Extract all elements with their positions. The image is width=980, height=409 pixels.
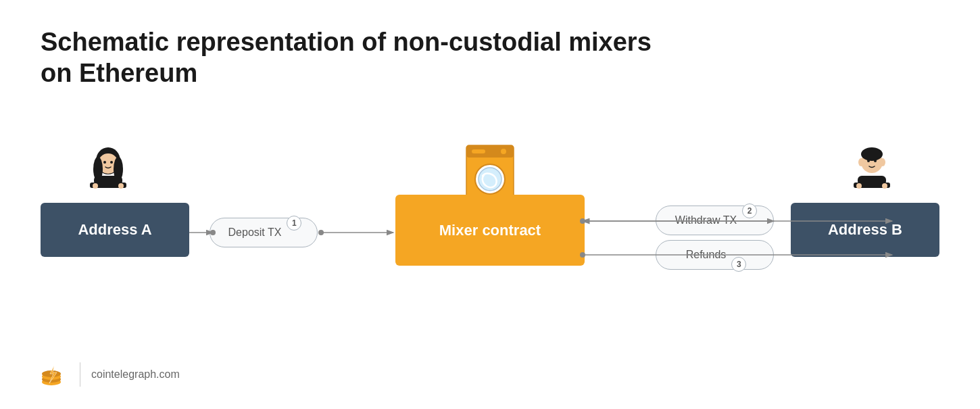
svg-point-14 (867, 160, 870, 162)
diagram-area: Address A Address B (0, 135, 980, 338)
mixer-label: Mixer contract (439, 222, 541, 239)
person-b-icon (841, 142, 902, 206)
svg-point-11 (861, 147, 883, 161)
deposit-tx-pill: Deposit TX 1 (210, 218, 318, 247)
svg-point-23 (501, 149, 506, 154)
svg-rect-22 (472, 149, 485, 153)
svg-point-9 (118, 183, 124, 189)
svg-point-5 (110, 161, 113, 164)
svg-rect-7 (94, 176, 122, 185)
badge-2: 2 (742, 203, 757, 218)
footer-site: cointelegraph.com (91, 368, 180, 381)
mixer-contract-box: Mixer contract (395, 195, 585, 266)
svg-point-4 (103, 161, 106, 164)
person-a-icon (78, 142, 139, 206)
svg-rect-17 (858, 176, 886, 185)
withdraw-tx-label: Withdraw TX (675, 214, 737, 226)
svg-point-18 (856, 183, 862, 189)
address-a-label: Address A (78, 221, 151, 239)
svg-point-12 (858, 158, 864, 166)
refunds-label: Refunds (686, 249, 727, 261)
address-a-box: Address A (41, 203, 189, 257)
svg-point-8 (93, 183, 98, 189)
deposit-tx-label: Deposit TX (228, 226, 282, 239)
page-title: Schematic representation of non-custodia… (41, 27, 652, 89)
cointelegraph-logo (41, 360, 69, 389)
title-line2: on Ethereum (41, 58, 652, 89)
refunds-pill: Refunds 3 (656, 240, 774, 270)
withdraw-tx-pill: Withdraw TX 2 (656, 206, 774, 235)
svg-point-13 (880, 158, 885, 166)
badge-1: 1 (287, 216, 301, 231)
svg-point-38 (318, 230, 324, 235)
address-b-box: Address B (791, 203, 939, 257)
title-line1: Schematic representation of non-custodia… (41, 27, 652, 58)
badge-3: 3 (731, 257, 746, 272)
footer-divider (80, 362, 80, 387)
svg-point-15 (874, 160, 877, 162)
svg-point-19 (882, 183, 887, 189)
footer: cointelegraph.com (41, 360, 180, 389)
address-b-label: Address B (828, 221, 902, 239)
